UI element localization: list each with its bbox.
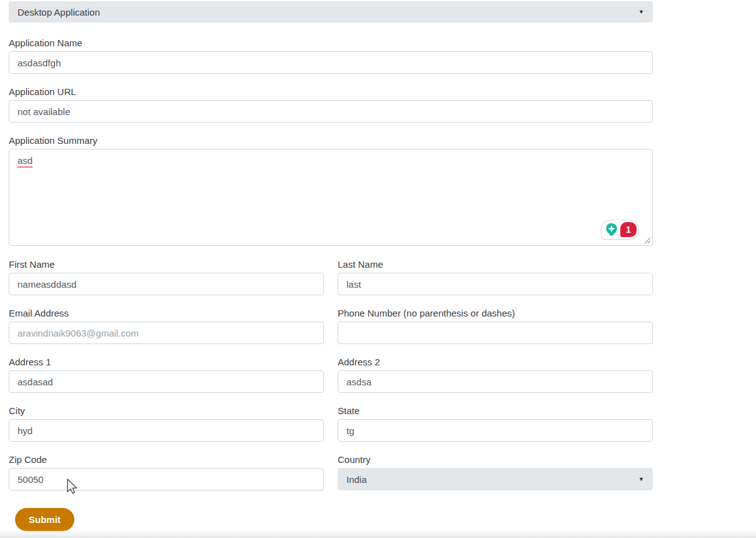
first-name-field: First Name [9, 258, 324, 295]
zip-input[interactable] [9, 468, 324, 490]
summary-text-with-spellcheck-underline: asd [18, 155, 33, 168]
application-url-field: Application URL [9, 86, 653, 123]
footer-gradient [0, 529, 756, 538]
application-name-field: Application Name [9, 37, 653, 74]
last-name-field: Last Name [338, 258, 653, 295]
email-field: Email Address [9, 307, 324, 344]
phone-field: Phone Number (no parenthesis or dashes) [338, 307, 653, 344]
city-label: City [9, 405, 324, 417]
application-summary-label: Application Summary [9, 134, 653, 146]
form-content: Desktop Application ▼ Application Name A… [9, 1, 653, 531]
country-selected-value: India [346, 474, 367, 485]
country-field: Country India ▼ [338, 454, 653, 490]
application-name-input[interactable] [9, 51, 653, 74]
application-url-label: Application URL [9, 86, 653, 98]
application-type-select[interactable]: Desktop Application ▼ [9, 1, 653, 23]
caret-down-icon: ▼ [638, 9, 644, 15]
address1-input[interactable] [9, 370, 324, 393]
first-name-label: First Name [9, 258, 324, 270]
caret-down-icon: ▼ [638, 477, 644, 482]
state-label: State [338, 405, 653, 417]
address2-input[interactable] [338, 370, 653, 393]
application-name-label: Application Name [9, 37, 653, 49]
country-label: Country [338, 454, 653, 465]
city-input[interactable] [9, 419, 324, 442]
address2-label: Address 2 [338, 356, 653, 368]
last-name-input[interactable] [338, 273, 653, 295]
state-input[interactable] [338, 419, 653, 442]
application-form-page: Desktop Application ▼ Application Name A… [0, 0, 756, 538]
zip-field: Zip Code [9, 454, 324, 490]
lightbulb-icon [604, 222, 619, 237]
two-column-fields: First Name Last Name Email Address Phone… [9, 258, 653, 502]
zip-label: Zip Code [9, 454, 324, 465]
address1-field: Address 1 [9, 356, 324, 393]
email-label: Email Address [9, 307, 324, 319]
grammar-checker-widget[interactable]: 1 [601, 220, 639, 240]
application-summary-field: Application Summary asd 1 [9, 134, 653, 246]
email-input[interactable] [9, 322, 324, 344]
application-summary-textarea[interactable]: asd 1 [9, 149, 653, 246]
phone-input[interactable] [338, 322, 653, 344]
application-type-selected-value: Desktop Application [18, 7, 100, 18]
submit-button[interactable]: Submit [15, 508, 74, 531]
address2-field: Address 2 [338, 356, 653, 393]
city-field: City [9, 405, 324, 442]
last-name-label: Last Name [338, 258, 653, 270]
phone-label: Phone Number (no parenthesis or dashes) [338, 307, 653, 319]
resize-grip-icon[interactable] [644, 237, 651, 244]
application-url-input[interactable] [9, 100, 653, 123]
state-field: State [338, 405, 653, 442]
grammar-issue-count-badge: 1 [620, 222, 637, 237]
first-name-input[interactable] [9, 273, 324, 295]
address1-label: Address 1 [9, 356, 324, 368]
country-select[interactable]: India ▼ [338, 468, 653, 490]
